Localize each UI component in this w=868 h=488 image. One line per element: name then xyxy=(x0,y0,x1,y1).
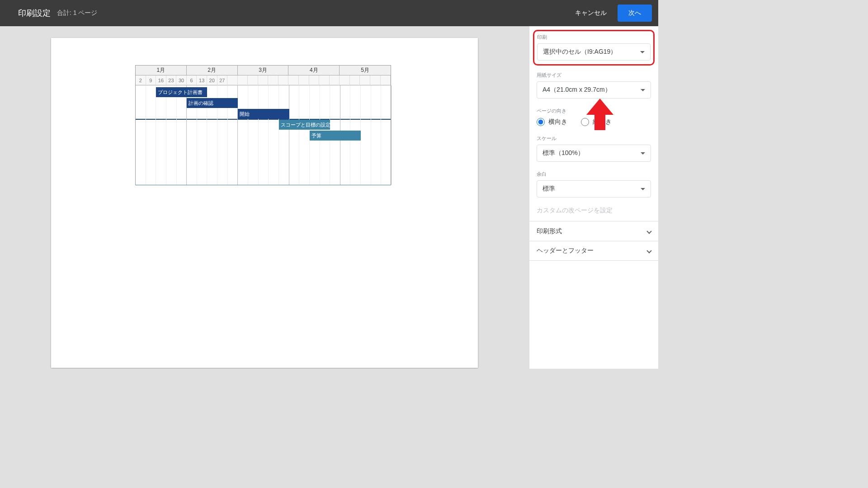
gantt-grid-col xyxy=(381,85,392,185)
paper-size-select[interactable]: A4（21.0cm x 29.7cm） xyxy=(537,81,651,99)
preview-canvas: 1月2月3月4月5月 291623306132027 プロジェクト計画書計画の確… xyxy=(0,26,529,369)
gantt-day-header xyxy=(370,75,381,85)
gantt-month-header: 3月 xyxy=(238,66,289,75)
margin-select[interactable]: 標準 xyxy=(537,180,651,197)
gantt-bar: 開始 xyxy=(238,109,289,119)
gantt-day-header xyxy=(350,75,360,85)
orientation-landscape[interactable]: 横向き xyxy=(537,118,567,126)
preview-page: 1月2月3月4月5月 291623306132027 プロジェクト計画書計画の確… xyxy=(51,38,478,368)
gantt-bar: スコープと目標の設定 xyxy=(279,120,330,130)
gantt-day-header xyxy=(340,75,350,85)
gantt-grid-col xyxy=(177,85,187,185)
gantt-day-header: 23 xyxy=(166,75,177,85)
highlight-annotation: 印刷 選択中のセル（I9:AG19） xyxy=(533,30,655,66)
gantt-day-header xyxy=(299,75,309,85)
gantt-grid-col xyxy=(361,85,371,185)
gantt-day-header xyxy=(381,75,391,85)
print-range-label: 印刷 xyxy=(537,34,651,41)
gantt-day-header: 13 xyxy=(197,75,207,85)
gantt-day-header: 27 xyxy=(217,75,228,85)
gantt-day-header: 30 xyxy=(176,75,187,85)
gantt-grid-col xyxy=(299,85,310,185)
orientation-label: ページの向き xyxy=(537,108,651,114)
orientation-portrait[interactable]: 縦向き xyxy=(581,118,612,126)
radio-portrait-input[interactable] xyxy=(581,118,589,126)
gantt-day-header xyxy=(288,75,299,85)
print-range-select[interactable]: 選択中のセル（I9:AG19） xyxy=(537,43,651,61)
gantt-grid-col xyxy=(156,85,166,185)
gantt-month-header: 1月 xyxy=(136,66,187,75)
gantt-grid-col xyxy=(259,85,269,185)
gantt-month-header: 4月 xyxy=(288,66,340,75)
gantt-grid-col xyxy=(269,85,279,185)
print-format-expander[interactable]: 印刷形式 xyxy=(529,221,658,241)
gantt-bar: 計画の確認 xyxy=(187,98,238,108)
page-title: 印刷設定 xyxy=(18,8,51,19)
gantt-grid-col xyxy=(136,85,146,185)
gantt-day-header xyxy=(360,75,370,85)
paper-size-label: 用紙サイズ xyxy=(537,72,651,79)
page-count: 合計: 1 ページ xyxy=(57,9,97,17)
custom-page-breaks: カスタムの改ページを設定 xyxy=(537,206,651,215)
gantt-grid-col xyxy=(371,85,382,185)
gantt-day-header xyxy=(238,75,248,85)
margin-label: 余白 xyxy=(537,171,651,178)
gantt-day-header xyxy=(278,75,289,85)
gantt-bottom-line xyxy=(136,185,391,185)
gantt-day-header: 6 xyxy=(187,75,197,85)
chevron-down-icon xyxy=(646,248,651,253)
gantt-day-header xyxy=(309,75,320,85)
gantt-day-header: 16 xyxy=(156,75,166,85)
chevron-down-icon xyxy=(646,229,651,234)
gantt-day-header xyxy=(319,75,330,85)
gantt-month-header: 2月 xyxy=(187,66,238,75)
gantt-grid-col xyxy=(279,85,289,185)
next-button[interactable]: 次へ xyxy=(618,5,652,22)
headers-footers-expander[interactable]: ヘッダーとフッター xyxy=(529,241,658,261)
scale-label: スケール xyxy=(537,135,651,142)
gantt-grid-col xyxy=(166,85,177,185)
header-bar: 印刷設定 合計: 1 ページ キャンセル 次へ xyxy=(0,0,658,26)
gantt-day-header: 2 xyxy=(136,75,146,85)
gantt-bar: 予算 xyxy=(310,131,361,141)
cancel-button[interactable]: キャンセル xyxy=(567,5,615,22)
gantt-day-header xyxy=(268,75,278,85)
gantt-month-header: 5月 xyxy=(340,66,391,75)
gantt-bar: プロジェクト計画書 xyxy=(156,87,207,97)
settings-sidebar: 印刷 選択中のセル（I9:AG19） 用紙サイズ A4（21.0cm x 29.… xyxy=(529,26,658,369)
gantt-day-header: 9 xyxy=(146,75,156,85)
gantt-grid-col xyxy=(238,85,248,185)
gantt-day-header xyxy=(248,75,258,85)
gantt-grid-col xyxy=(146,85,156,185)
gantt-day-header xyxy=(227,75,238,85)
gantt-chart: 1月2月3月4月5月 291623306132027 プロジェクト計画書計画の確… xyxy=(135,65,391,185)
gantt-day-header xyxy=(330,75,340,85)
radio-landscape-input[interactable] xyxy=(537,118,545,126)
gantt-day-header: 20 xyxy=(207,75,217,85)
gantt-grid-col xyxy=(248,85,259,185)
gantt-day-header xyxy=(258,75,269,85)
gantt-grid-col xyxy=(289,85,300,185)
scale-select[interactable]: 標準（100%） xyxy=(537,145,651,162)
